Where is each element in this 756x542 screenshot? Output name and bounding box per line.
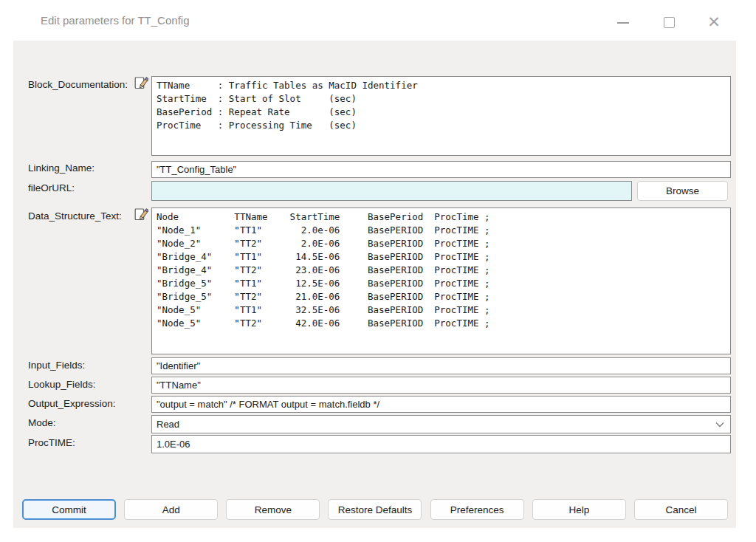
lookup-fields-input[interactable] — [151, 377, 731, 394]
preferences-button[interactable]: Preferences — [430, 499, 524, 520]
file-or-url-label: fileOrURL: — [28, 182, 75, 193]
linking-name-label: Linking_Name: — [28, 162, 94, 174]
chevron-down-icon — [715, 422, 724, 428]
file-or-url-input[interactable] — [151, 181, 632, 201]
dialog-title: Edit parameters for TT_Config — [41, 14, 189, 27]
edit-note-icon[interactable] — [134, 76, 148, 90]
input-fields-label: Input_Fields: — [28, 360, 85, 371]
mode-select[interactable]: Read — [151, 415, 731, 433]
restore-defaults-button[interactable]: Restore Defaults — [328, 499, 422, 520]
minimize-icon[interactable] — [617, 22, 629, 24]
linking-name-input[interactable] — [151, 161, 731, 178]
remove-button[interactable]: Remove — [226, 499, 320, 520]
output-expression-input[interactable] — [151, 396, 731, 413]
proc-time-label: ProcTIME: — [28, 437, 75, 448]
title-bar: Edit parameters for TT_Config ✕ — [0, 0, 756, 41]
data-structure-textarea[interactable]: Node TTName StartTime BasePeriod ProcTim… — [151, 207, 731, 354]
data-structure-text: Node TTName StartTime BasePeriod ProcTim… — [152, 208, 730, 332]
mode-label: Mode: — [28, 417, 56, 428]
add-button[interactable]: Add — [124, 499, 218, 520]
mode-selected-value: Read — [157, 419, 179, 430]
commit-button[interactable]: Commit — [22, 499, 116, 520]
block-documentation-textarea[interactable]: TTName : Traffic Tables as MacID Identif… — [151, 76, 731, 156]
cancel-button[interactable]: Cancel — [634, 499, 728, 520]
browse-button[interactable]: Browse — [637, 181, 728, 201]
dialog-body: Block_Documentation: TTName : Traffic Ta… — [13, 41, 736, 528]
help-button[interactable]: Help — [532, 499, 626, 520]
output-expression-label: Output_Expression: — [28, 398, 116, 409]
close-icon[interactable]: ✕ — [706, 13, 722, 31]
dialog-window: Edit parameters for TT_Config ✕ Block_Do… — [0, 0, 756, 542]
dialog-button-row: Commit Add Remove Restore Defaults Prefe… — [22, 499, 728, 520]
maximize-icon[interactable] — [664, 17, 675, 28]
input-fields-input[interactable] — [151, 357, 731, 374]
proc-time-input[interactable] — [151, 435, 731, 453]
block-documentation-text: TTName : Traffic Tables as MacID Identif… — [152, 77, 730, 134]
data-structure-text-label: Data_Structure_Text: — [28, 210, 122, 222]
lookup-fields-label: Lookup_Fields: — [28, 379, 96, 390]
block-documentation-label: Block_Documentation: — [28, 79, 128, 90]
edit-note-icon[interactable] — [134, 207, 148, 222]
